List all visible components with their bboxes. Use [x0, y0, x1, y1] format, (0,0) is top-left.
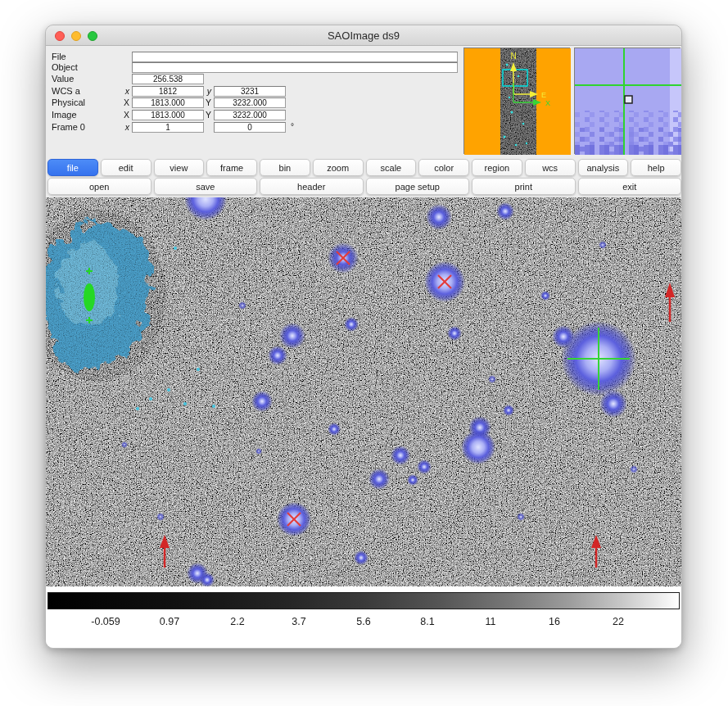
menu-button-frame[interactable]: frame: [206, 159, 257, 176]
menu-button-view[interactable]: view: [154, 159, 205, 176]
compass-north-label: N: [510, 52, 516, 61]
toolbar-button-page-setup[interactable]: page setup: [366, 178, 470, 195]
toolbar-button-save[interactable]: save: [154, 178, 258, 195]
object-field[interactable]: [132, 62, 458, 73]
menu-button-file[interactable]: file: [47, 159, 98, 176]
image-y-label: Y: [193, 110, 211, 120]
physical-label: Physical: [52, 97, 85, 108]
file-toolbar: open save header page setup print exit: [47, 178, 681, 195]
window-title: SAOImage ds9: [46, 25, 681, 46]
fullscreen-button[interactable]: [88, 31, 97, 41]
info-row-wcs: WCS a x 1812 y 3231: [46, 86, 462, 97]
colorbar-section: -0.059 0.97 2.2 3.7 5.6 8.1 11 16 22: [46, 586, 682, 649]
info-row-file: File: [46, 52, 462, 62]
info-row-object: Object: [46, 62, 462, 73]
colorbar-tick: -0.059: [91, 616, 120, 627]
colorbar-ticks: -0.059 0.97 2.2 3.7 5.6 8.1 11 16 22: [46, 616, 682, 631]
wcs-y-field[interactable]: 3231: [214, 86, 286, 97]
ds9-window: SAOImage ds9 File Object Value 256.538 W…: [45, 25, 682, 649]
colorbar-tick: 22: [613, 616, 624, 627]
compass-east-label: E: [541, 91, 546, 99]
traffic-lights: [55, 31, 97, 41]
info-panel: File Object Value 256.538 WCS a x 1812 y…: [46, 46, 462, 159]
colorbar-tick: 11: [486, 616, 496, 627]
image-label: Image: [52, 110, 77, 120]
toolbar-button-header[interactable]: header: [260, 178, 364, 195]
title-bar[interactable]: SAOImage ds9: [46, 25, 681, 46]
menu-button-help[interactable]: help: [631, 159, 681, 176]
info-row-physical: Physical X 1813.000 Y 3232.000: [46, 97, 462, 108]
physical-y-field[interactable]: 3232.000: [214, 97, 286, 108]
minimize-button[interactable]: [71, 31, 81, 41]
colorbar-tick: 2.2: [230, 616, 244, 627]
menu-button-region[interactable]: region: [472, 159, 522, 176]
toolbar-button-print[interactable]: print: [472, 178, 576, 195]
frame-rotate-field[interactable]: 0: [214, 122, 286, 133]
desktop: SAOImage ds9 File Object Value 256.538 W…: [0, 0, 728, 706]
magnifier-canvas: [575, 48, 681, 155]
wcs-y-label: y: [193, 86, 211, 97]
frame-label: Frame 0: [52, 122, 85, 133]
main-image-canvas[interactable]: [46, 197, 682, 586]
menu-button-bin[interactable]: bin: [260, 159, 310, 176]
menu-button-edit[interactable]: edit: [101, 159, 151, 176]
menu-button-analysis[interactable]: analysis: [578, 159, 629, 176]
compass-x-label: X: [545, 99, 550, 107]
wcs-x-label: x: [111, 86, 129, 97]
frame-zoom-field[interactable]: 1: [132, 122, 204, 133]
colorbar-gradient[interactable]: [47, 592, 680, 609]
object-label: Object: [52, 62, 78, 73]
value-label: Value: [52, 74, 74, 84]
menu-button-wcs[interactable]: wcs: [525, 159, 576, 176]
magnifier-cursor-pixel: [625, 96, 632, 103]
info-row-image: Image X 1813.000 Y 3232.000: [46, 110, 462, 120]
colorbar-tick: 0.97: [160, 616, 179, 627]
panner-canvas: N E X: [464, 48, 571, 155]
info-row-value: Value 256.538: [46, 74, 462, 84]
close-button[interactable]: [55, 31, 65, 41]
file-field[interactable]: [132, 52, 458, 62]
frame-x-label: x: [111, 122, 129, 133]
toolbar-button-exit[interactable]: exit: [578, 178, 682, 195]
menu-button-zoom[interactable]: zoom: [313, 159, 364, 176]
colorbar-tick: 8.1: [420, 616, 434, 627]
toolbar-button-open[interactable]: open: [47, 178, 151, 195]
menu-button-scale[interactable]: scale: [366, 159, 417, 176]
panner[interactable]: N E X: [463, 48, 570, 154]
value-field[interactable]: 256.538: [132, 74, 204, 84]
degree-symbol: °: [291, 122, 294, 131]
physical-y-label: Y: [193, 97, 211, 108]
image-x-label: X: [111, 110, 129, 120]
menu-bar: file edit view frame bin zoom scale colo…: [47, 159, 681, 176]
colorbar-tick: 5.6: [356, 616, 370, 627]
magnifier: [574, 48, 681, 154]
physical-x-label: X: [111, 97, 129, 108]
sky-image: [46, 197, 682, 586]
info-row-frame: Frame 0 x 1 0 °: [46, 122, 462, 133]
colorbar-tick: 16: [549, 616, 560, 627]
menu-button-color[interactable]: color: [418, 159, 469, 176]
image-y-field[interactable]: 3232.000: [214, 110, 286, 120]
colorbar-tick: 3.7: [292, 616, 305, 627]
file-label: File: [52, 52, 66, 62]
wcs-label: WCS a: [52, 86, 80, 97]
